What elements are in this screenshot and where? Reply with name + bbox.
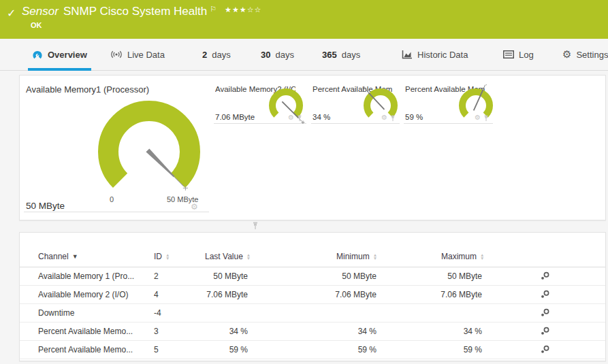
channel-last-value: 59 % (187, 345, 248, 354)
log-icon (503, 50, 514, 59)
tab-settings-label: Settings (576, 50, 608, 60)
tab-live-data-label: Live Data (127, 50, 165, 60)
column-header-minimum-label: Minimum (336, 252, 370, 261)
chart-icon (402, 50, 413, 59)
channel-id: 3 (154, 327, 159, 336)
channel-maximum: 7.06 MByte (419, 290, 482, 299)
column-header-maximum-label: Maximum (441, 252, 477, 261)
gauge-small-3: Percent Available Mem... 59 % ⚙ (404, 84, 493, 124)
table-row: Downtime -4 (20, 304, 605, 322)
tab-2-days-unit: days (212, 50, 230, 60)
channel-name[interactable]: Percent Available Memo... (38, 327, 133, 336)
tab-365-days[interactable]: 365 days (318, 39, 364, 70)
tab-2-days[interactable]: 2 days (198, 39, 235, 70)
channel-name[interactable]: Percent Available Memo... (38, 345, 133, 354)
channel-minimum: 50 MByte (314, 271, 377, 281)
tab-settings[interactable]: ⚙ Settings (558, 39, 608, 70)
column-header-id-label: ID (154, 252, 162, 261)
column-header-minimum[interactable]: Minimum ▲▼ (336, 252, 377, 261)
gauges-panel: Available Memory1 (Processor) 0 50 MByte… (19, 75, 606, 220)
gauge-main-scale-min: 0 (110, 195, 114, 203)
tab-bar: Overview Live Data 2 days 30 days 365 da… (0, 39, 608, 71)
sort-both-icon: ▲▼ (246, 253, 251, 260)
table-header: Channel ▼ ID ▲▼ Last Value ▲▼ Minimum ▲▼… (20, 248, 605, 267)
column-header-channel-label: Channel (38, 252, 69, 261)
live-data-icon (110, 50, 123, 59)
gauge-small-1: Available Memory2 (I/O) 7.06 MByte ⚙ (214, 84, 306, 124)
channel-last-value: 50 MByte (187, 271, 248, 281)
gauge-main: Available Memory1 (Processor) 0 50 MByte… (20, 76, 210, 221)
channel-maximum: 34 % (419, 327, 482, 336)
tab-30-days-number: 30 (261, 50, 270, 60)
channel-id: 4 (154, 290, 159, 299)
channel-id: -4 (154, 308, 161, 318)
channel-id: 2 (154, 271, 159, 281)
column-header-id[interactable]: ID ▲▼ (154, 252, 170, 261)
sensor-title-line: SensorSNMP Cisco System Health⚐★★★☆☆ (22, 5, 261, 18)
channel-maximum: 59 % (419, 345, 482, 354)
table-row: Percent Available Memo... 5 59 % 59 % 59… (20, 341, 605, 359)
channel-name[interactable]: Available Memory 2 (I/O) (38, 290, 129, 299)
table-row: Available Memory 2 (I/O) 4 7.06 MByte 7.… (20, 286, 605, 304)
channel-id: 5 (154, 345, 159, 354)
sensor-title: SNMP Cisco System Health (63, 5, 207, 18)
divider (24, 212, 209, 212)
gauge-main-dial (81, 95, 231, 209)
tab-live-data[interactable]: Live Data (106, 39, 169, 70)
gauge-settings-gear-icon[interactable]: ⚙ (475, 114, 481, 121)
column-header-last-value-label: Last Value (205, 252, 243, 261)
tab-30-days[interactable]: 30 days (257, 39, 298, 70)
channel-last-value: 34 % (187, 327, 248, 336)
sort-both-icon: ▲▼ (165, 253, 170, 260)
channel-name[interactable]: Downtime (38, 308, 74, 318)
channel-edit-icon[interactable] (537, 271, 554, 282)
gauge-small-1-value: 7.06 MByte (215, 113, 255, 121)
gauge-settings-gear-icon[interactable]: ⚙ (191, 203, 198, 211)
sort-desc-icon: ▼ (72, 253, 78, 260)
prtg-sensor-overview-page: { "colors": { "green": "#b0c324", "blue"… (0, 0, 608, 364)
sensor-header: ✓ SensorSNMP Cisco System Health⚐★★★☆☆ O… (0, 0, 608, 39)
status-badge: OK (31, 21, 42, 29)
tab-2-days-number: 2 (202, 50, 207, 60)
gauge-small-3-value: 59 % (405, 113, 423, 121)
sort-both-icon: ▲▼ (480, 253, 484, 260)
channel-edit-icon[interactable] (537, 290, 554, 301)
flag-icon[interactable]: ⚐ (210, 5, 217, 13)
gauge-small-2-value: 34 % (313, 113, 330, 121)
tab-historic-data[interactable]: Historic Data (398, 39, 472, 70)
channels-panel: Channel ▼ ID ▲▼ Last Value ▲▼ Minimum ▲▼… (19, 232, 606, 361)
status-ok-check-icon: ✓ (7, 7, 16, 20)
stars-filled[interactable]: ★★★ (225, 5, 247, 14)
gauge-settings-gear-icon[interactable]: ⚙ (381, 114, 387, 121)
column-header-last-value[interactable]: Last Value ▲▼ (205, 252, 251, 261)
column-header-channel[interactable]: Channel ▼ (38, 252, 78, 261)
gauge-main-value: 50 MByte (26, 201, 65, 211)
channel-edit-icon[interactable] (537, 308, 554, 319)
channel-edit-icon[interactable] (537, 327, 554, 337)
tab-overview[interactable]: Overview (28, 39, 91, 70)
channel-edit-icon[interactable] (537, 345, 554, 356)
tab-historic-data-label: Historic Data (417, 50, 468, 60)
channel-name[interactable]: Available Memory 1 (Pro... (38, 271, 134, 281)
channel-minimum: 59 % (314, 345, 377, 354)
tab-365-days-unit: days (342, 50, 360, 60)
stars-empty[interactable]: ☆☆ (247, 5, 262, 14)
sort-both-icon: ▲▼ (373, 253, 377, 260)
channel-maximum: 50 MByte (419, 271, 482, 281)
gear-icon: ⚙ (562, 48, 571, 61)
gauge-main-title: Available Memory1 (Processor) (26, 84, 149, 95)
gauge-small-2: Percent Available Mem... 34 % ⚙ (311, 84, 400, 124)
tab-log-label: Log (519, 50, 534, 60)
object-type-label: Sensor (22, 5, 59, 18)
column-header-maximum[interactable]: Maximum ▲▼ (441, 252, 484, 261)
tab-365-days-number: 365 (322, 50, 337, 60)
priority-rating[interactable]: ★★★☆☆ (225, 5, 261, 14)
gauge-settings-gear-icon[interactable]: ⚙ (288, 114, 294, 121)
tab-log[interactable]: Log (499, 39, 538, 70)
channel-minimum: 7.06 MByte (314, 290, 377, 299)
channel-minimum: 34 % (314, 327, 377, 336)
table-row: Percent Available Memo... 3 34 % 34 % 34… (20, 322, 605, 341)
gauge-icon (32, 50, 43, 60)
tab-overview-label: Overview (48, 50, 87, 60)
tab-30-days-unit: days (275, 50, 293, 60)
